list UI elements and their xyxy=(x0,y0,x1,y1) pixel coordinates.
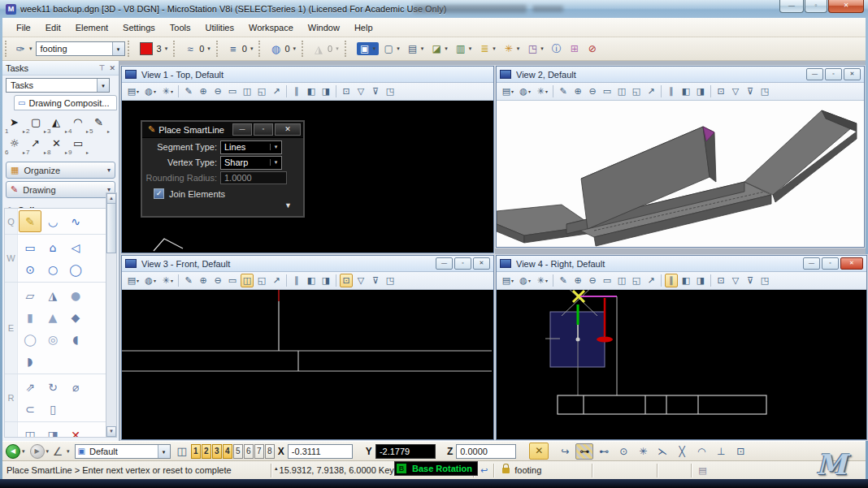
fit-view-icon[interactable]: ◫ xyxy=(241,274,254,287)
subtract-solids-tool[interactable]: ✕ xyxy=(64,424,87,438)
view-number-toggle[interactable]: 4 xyxy=(223,444,232,459)
chevron-down-icon[interactable]: ▾ xyxy=(137,89,139,94)
clip-volume-icon[interactable]: ▽ xyxy=(354,84,367,98)
restore-button[interactable]: ▫ xyxy=(825,68,842,80)
view-number-toggle[interactable]: 8 xyxy=(265,444,275,459)
walk-icon[interactable]: ∥ xyxy=(290,274,303,287)
segment-type-select[interactable]: Lines ▾ xyxy=(220,140,282,154)
chevron-down-icon[interactable]: ▾ xyxy=(67,448,70,455)
chevron-down-icon[interactable]: ▾ xyxy=(158,445,170,458)
place-polyhedron-tool[interactable]: ◗ xyxy=(19,350,41,372)
chevron-down-icon[interactable]: ▾ xyxy=(97,79,109,92)
view-attributes-icon[interactable]: ▤▾ xyxy=(500,84,515,98)
snap-nearest-icon[interactable]: ↪ xyxy=(556,443,574,460)
chevron-down-icon[interactable]: ▾ xyxy=(469,45,472,52)
clip-volume-icon[interactable]: ▽ xyxy=(729,84,742,98)
menu-item[interactable]: Settings xyxy=(115,20,163,35)
minimize-button[interactable]: — xyxy=(779,0,804,13)
window-area-icon[interactable]: ▭ xyxy=(601,84,614,98)
update-view-icon[interactable]: ✎ xyxy=(557,274,570,287)
menu-item[interactable]: Tools xyxy=(163,20,198,35)
vertex-type-select[interactable]: Sharp ▾ xyxy=(220,156,282,170)
dialog-title-bar[interactable]: ✎ Place SmartLine — ▫ ✕ xyxy=(142,122,303,138)
clip-volume-icon[interactable]: ▽ xyxy=(354,274,367,287)
fence-tool[interactable]: 2 ▢ ▸ xyxy=(25,114,46,135)
place-shape-tool[interactable]: ⌂ xyxy=(41,236,64,258)
element-class-group[interactable]: ◍ 0 ▾ xyxy=(268,43,297,55)
rotate-view-icon[interactable]: ◱ xyxy=(630,274,643,287)
z-coordinate-input[interactable]: 0.0000 xyxy=(456,444,516,459)
cells-icon[interactable]: ◳▾ xyxy=(524,42,547,55)
accudraw-compass-icon[interactable]: ∠ xyxy=(50,445,65,458)
view-next-icon[interactable]: ◨ xyxy=(319,274,332,287)
chevron-down-icon[interactable]: ▾ xyxy=(293,45,297,52)
tasks-panel-header[interactable]: Tasks ⊤ ✕ xyxy=(2,61,119,76)
element-information-icon[interactable]: ⓘ xyxy=(549,41,565,57)
snap-point-through-icon[interactable]: ⊡ xyxy=(731,443,749,460)
restore-button[interactable]: ▫ xyxy=(454,257,471,270)
section-drawing[interactable]: ✎ Drawing ▾ xyxy=(6,181,115,198)
view-2-canvas[interactable] xyxy=(497,101,864,247)
active-color-swatch[interactable] xyxy=(140,42,153,55)
close-button[interactable]: ✕ xyxy=(828,0,864,13)
chevron-down-icon[interactable]: ▾ xyxy=(171,89,173,94)
adjust-lighting-icon[interactable]: ✳▾ xyxy=(159,274,175,287)
chevron-down-icon[interactable]: ▾ xyxy=(165,45,168,52)
chevron-down-icon[interactable]: ▾ xyxy=(207,45,210,52)
input-focus-icon[interactable]: ↩ xyxy=(480,465,488,476)
display-style-icon[interactable]: ◍▾ xyxy=(142,84,158,98)
tasks-selector-combo[interactable]: Tasks ▾ xyxy=(6,78,110,93)
adjust-lighting-icon[interactable]: ✳▾ xyxy=(159,84,175,98)
pan-view-icon[interactable]: ↗ xyxy=(644,84,658,98)
restore-button[interactable]: ▫ xyxy=(822,257,839,270)
active-color-group[interactable]: 3 ▾ xyxy=(137,42,170,55)
unclip-volume-icon[interactable]: ◳ xyxy=(758,84,771,98)
copy-view-icon[interactable]: ⊡ xyxy=(714,274,727,287)
toolbar-grip[interactable] xyxy=(302,41,307,57)
element-selection-tool[interactable]: 1 ➤ ▸ xyxy=(4,114,25,135)
line-style-icon[interactable]: ≈ xyxy=(183,43,197,55)
toolbar-grip[interactable] xyxy=(173,41,179,57)
window-area-icon[interactable]: ▭ xyxy=(226,274,239,287)
chevron-down-icon[interactable]: ▾ xyxy=(528,278,531,283)
toolbar-grip[interactable] xyxy=(258,41,264,57)
chevron-down-icon[interactable]: ▾ xyxy=(493,45,496,52)
toolbar-grip[interactable] xyxy=(216,41,222,57)
chevron-down-icon[interactable]: ▾ xyxy=(171,278,173,283)
toolbar-grip[interactable] xyxy=(128,41,133,57)
palette-scrollbar[interactable]: ▲ ▼ xyxy=(106,192,117,438)
view-number-toggle[interactable]: 7 xyxy=(254,444,264,459)
accudraw-icon[interactable]: ⊞ xyxy=(566,42,583,55)
chevron-down-icon[interactable]: ▾ xyxy=(107,166,111,174)
clip-volume-icon[interactable]: ▽ xyxy=(729,274,742,287)
restore-button[interactable]: ▫ xyxy=(805,0,827,13)
flyout-arrow-icon[interactable]: ▸ xyxy=(107,128,110,134)
place-ellipse-tool[interactable]: ◯ xyxy=(64,258,87,280)
chevron-down-icon[interactable]: ▾ xyxy=(250,45,254,52)
place-ellipsoid-tool[interactable]: ◯ xyxy=(19,328,41,350)
view-toggle-icon[interactable]: ◫ xyxy=(177,445,187,457)
window-area-icon[interactable]: ▭ xyxy=(601,274,614,287)
menu-item[interactable]: Help xyxy=(347,20,380,35)
place-point-curve-tool[interactable]: ∿ xyxy=(64,210,87,232)
toolbar-grip[interactable] xyxy=(5,41,11,57)
place-sphere-tool[interactable]: ● xyxy=(64,284,87,306)
place-tube-tool[interactable]: ⊂ xyxy=(19,398,41,420)
view-2-title-bar[interactable]: View 2, Default — ▫ ✕ xyxy=(497,67,864,83)
y-coordinate-input[interactable]: -2.1779 xyxy=(375,444,436,459)
view-number-toggle[interactable]: 3 xyxy=(212,444,222,459)
snap-origin-icon[interactable]: ✳ xyxy=(634,443,652,460)
chevron-down-icon[interactable]: ▾ xyxy=(29,45,33,52)
menu-item[interactable]: Window xyxy=(301,20,347,35)
point-clouds-icon[interactable]: ◪▾ xyxy=(428,42,451,55)
snap-center-icon[interactable]: ⊙ xyxy=(614,443,632,460)
minimize-button[interactable]: — xyxy=(232,123,252,136)
pan-view-icon[interactable]: ↗ xyxy=(644,274,658,287)
menu-item[interactable]: Edit xyxy=(38,20,68,35)
level-manager-icon[interactable]: ≣▾ xyxy=(476,42,499,55)
section-organize[interactable]: ▦ Organize ▾ xyxy=(6,162,115,179)
walk-icon[interactable]: ∥ xyxy=(665,84,678,98)
shell-solid-tool[interactable]: ▯ xyxy=(41,398,64,420)
display-style-icon[interactable]: ◍▾ xyxy=(517,274,532,287)
construct-revolution-tool[interactable]: ↻ xyxy=(41,376,64,398)
